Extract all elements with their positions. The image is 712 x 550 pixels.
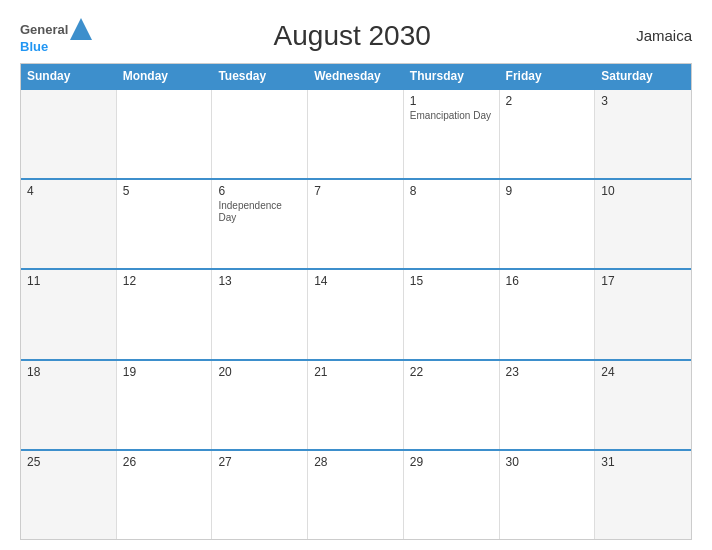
- day-number: 7: [314, 184, 397, 198]
- header-wednesday: Wednesday: [308, 64, 404, 88]
- week-row-2: 11121314151617: [21, 268, 691, 358]
- cal-cell-w3-d0: 18: [21, 361, 117, 449]
- day-number: 6: [218, 184, 301, 198]
- cal-cell-w0-d6: 3: [595, 90, 691, 178]
- header-thursday: Thursday: [404, 64, 500, 88]
- day-number: 30: [506, 455, 589, 469]
- day-number: 22: [410, 365, 493, 379]
- cal-cell-w0-d1: [117, 90, 213, 178]
- day-number: 21: [314, 365, 397, 379]
- cal-cell-w2-d2: 13: [212, 270, 308, 358]
- cal-cell-w1-d6: 10: [595, 180, 691, 268]
- header-saturday: Saturday: [595, 64, 691, 88]
- day-number: 24: [601, 365, 685, 379]
- day-number: 14: [314, 274, 397, 288]
- cal-cell-w3-d3: 21: [308, 361, 404, 449]
- day-number: 29: [410, 455, 493, 469]
- cal-cell-w1-d4: 8: [404, 180, 500, 268]
- week-row-3: 18192021222324: [21, 359, 691, 449]
- cal-cell-w3-d4: 22: [404, 361, 500, 449]
- week-row-1: 456Independence Day78910: [21, 178, 691, 268]
- cal-cell-w1-d2: 6Independence Day: [212, 180, 308, 268]
- cal-cell-w4-d0: 25: [21, 451, 117, 539]
- header: General Blue August 2030 Jamaica: [20, 18, 692, 53]
- cal-cell-w2-d0: 11: [21, 270, 117, 358]
- svg-marker-0: [70, 18, 92, 40]
- day-number: 16: [506, 274, 589, 288]
- day-number: 9: [506, 184, 589, 198]
- cal-cell-w4-d3: 28: [308, 451, 404, 539]
- day-event: Independence Day: [218, 200, 301, 224]
- header-monday: Monday: [117, 64, 213, 88]
- cal-cell-w4-d6: 31: [595, 451, 691, 539]
- day-number: 13: [218, 274, 301, 288]
- day-number: 18: [27, 365, 110, 379]
- cal-cell-w4-d4: 29: [404, 451, 500, 539]
- day-number: 11: [27, 274, 110, 288]
- cal-cell-w2-d1: 12: [117, 270, 213, 358]
- day-number: 5: [123, 184, 206, 198]
- day-number: 12: [123, 274, 206, 288]
- day-number: 17: [601, 274, 685, 288]
- logo: General Blue: [20, 18, 92, 53]
- page: General Blue August 2030 Jamaica Sunday …: [0, 0, 712, 550]
- week-row-0: 1Emancipation Day23: [21, 88, 691, 178]
- day-number: 2: [506, 94, 589, 108]
- day-event: Emancipation Day: [410, 110, 493, 122]
- day-number: 1: [410, 94, 493, 108]
- day-number: 8: [410, 184, 493, 198]
- cal-cell-w4-d2: 27: [212, 451, 308, 539]
- cal-cell-w4-d5: 30: [500, 451, 596, 539]
- cal-cell-w0-d3: [308, 90, 404, 178]
- cal-cell-w0-d5: 2: [500, 90, 596, 178]
- header-tuesday: Tuesday: [212, 64, 308, 88]
- cal-cell-w0-d0: [21, 90, 117, 178]
- cal-cell-w2-d3: 14: [308, 270, 404, 358]
- cal-cell-w4-d1: 26: [117, 451, 213, 539]
- day-number: 4: [27, 184, 110, 198]
- week-row-4: 25262728293031: [21, 449, 691, 539]
- logo-general-text: General: [20, 23, 68, 36]
- cal-cell-w1-d1: 5: [117, 180, 213, 268]
- country-label: Jamaica: [612, 27, 692, 44]
- day-number: 3: [601, 94, 685, 108]
- day-number: 20: [218, 365, 301, 379]
- cal-cell-w1-d5: 9: [500, 180, 596, 268]
- cal-cell-w2-d6: 17: [595, 270, 691, 358]
- cal-cell-w3-d2: 20: [212, 361, 308, 449]
- cal-cell-w1-d3: 7: [308, 180, 404, 268]
- cal-cell-w2-d4: 15: [404, 270, 500, 358]
- day-number: 15: [410, 274, 493, 288]
- day-number: 23: [506, 365, 589, 379]
- day-number: 27: [218, 455, 301, 469]
- calendar-body: 1Emancipation Day23456Independence Day78…: [21, 88, 691, 539]
- logo-blue-text: Blue: [20, 40, 48, 53]
- cal-cell-w3-d6: 24: [595, 361, 691, 449]
- day-number: 25: [27, 455, 110, 469]
- cal-cell-w3-d1: 19: [117, 361, 213, 449]
- header-sunday: Sunday: [21, 64, 117, 88]
- day-number: 10: [601, 184, 685, 198]
- cal-cell-w0-d4: 1Emancipation Day: [404, 90, 500, 178]
- day-number: 31: [601, 455, 685, 469]
- calendar-title: August 2030: [92, 20, 612, 52]
- header-friday: Friday: [500, 64, 596, 88]
- cal-cell-w1-d0: 4: [21, 180, 117, 268]
- cal-cell-w3-d5: 23: [500, 361, 596, 449]
- day-number: 19: [123, 365, 206, 379]
- cal-cell-w0-d2: [212, 90, 308, 178]
- day-number: 28: [314, 455, 397, 469]
- calendar: Sunday Monday Tuesday Wednesday Thursday…: [20, 63, 692, 540]
- cal-cell-w2-d5: 16: [500, 270, 596, 358]
- logo-icon: [70, 18, 92, 40]
- calendar-header-row: Sunday Monday Tuesday Wednesday Thursday…: [21, 64, 691, 88]
- day-number: 26: [123, 455, 206, 469]
